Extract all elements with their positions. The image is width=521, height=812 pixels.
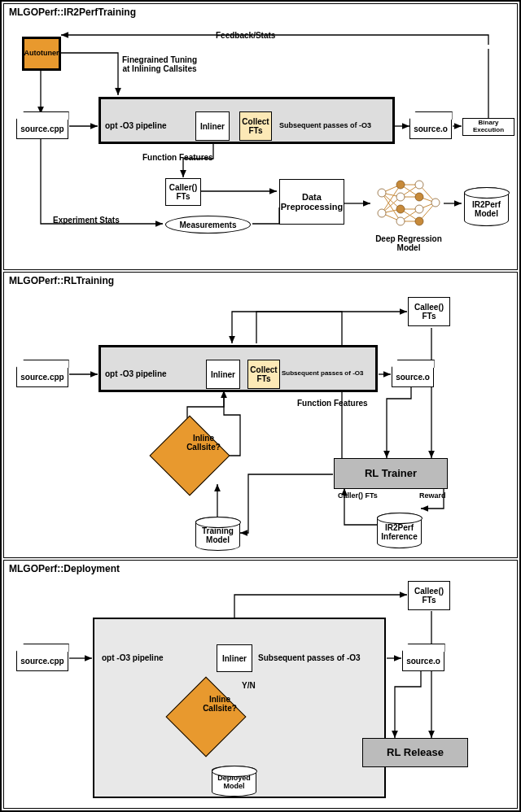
finegrained-label: Finegrained Tuning at Inlining Callsites [122,55,197,73]
binary-exec-label: Binary Execution [463,120,514,134]
training-model: Training Model [195,517,240,551]
svg-point-23 [396,181,405,189]
inliner-label-1: Inliner [200,122,225,131]
subsequent-3: Subsequent passes of -O3 [258,653,361,662]
collect-label-1: Collect FTs [242,117,269,135]
panel-rl-training: MLGOPerf::RLTraining [3,272,518,558]
data-preproc: Data Preprocessing [279,179,344,225]
inline-callsite-diamond-2: Inline Callsite? [150,416,230,496]
ir2perf-inference: IR2Perf Inference [377,513,422,548]
panel1-title: MLGOPerf::IR2PerfTraining [9,7,136,18]
source-o-label-3: source.o [406,657,440,666]
source-o-label-2: source.o [396,373,430,382]
feedback-label: Feedback/Stats [216,31,275,40]
opt-pipeline-3: opt -O3 pipeline [102,653,164,662]
reward-label: Reward [419,492,446,500]
ir2perf-model: IR2Perf Model [464,187,509,226]
source-cpp-2: source.cpp [16,368,68,387]
binary-exec: Binary Execution [462,118,514,136]
source-cpp-1: source.cpp [16,120,68,139]
source-o-2: source.o [392,368,434,387]
experiment-stats: Experiment Stats [53,216,120,225]
rl-trainer: RL Trainer [334,458,448,489]
svg-point-30 [415,217,423,225]
ir2perf-inference-label: IR2Perf Inference [381,523,417,541]
source-cpp-label-3: source.cpp [20,657,63,666]
callee-fts-label-3: Callee() FTs [414,587,444,605]
collect-2: Collect FTs [247,360,280,389]
deep-regression-label: Deep Regression Model [372,234,445,252]
inliner-3: Inliner [217,644,252,672]
source-o-1: source.o [409,120,452,139]
svg-point-29 [415,205,423,213]
yn-label: Y/N [242,681,256,690]
measurements: Measurements [165,216,251,234]
source-cpp-label-2: source.cpp [20,373,63,382]
caller-fts-2: Caller() FTs [338,492,378,500]
training-model-label: Training Model [202,526,234,544]
autotuner-box: Autotuner [22,37,61,71]
callee-fts-2: Callee() FTs [408,297,450,326]
subsequent-2: Subsequent passes of -O3 [282,370,363,378]
rl-trainer-label: RL Trainer [365,468,417,479]
deployed-model: Deployed Model [212,766,256,797]
inliner-label-3: Inliner [222,654,247,663]
inline-callsite-label-3: Inline Callsite? [191,695,248,713]
inline-callsite-label-2: Inline Callsite? [175,434,232,452]
panel3-title: MLGOPerf::Deployment [9,563,120,574]
panel2-title: MLGOPerf::RLTraining [9,275,114,286]
source-cpp-label: source.cpp [20,124,63,133]
deployed-model-label: Deployed Model [217,775,251,791]
func-features-2: Function Features [297,399,368,408]
collect-label-2: Collect FTs [250,365,277,383]
inliner-1: Inliner [195,111,230,141]
measurements-label: Measurements [179,220,236,229]
svg-point-31 [431,199,440,207]
source-cpp-3: source.cpp [16,652,68,671]
neural-net-icon [372,177,444,235]
svg-point-25 [396,205,405,213]
source-o-label-1: source.o [414,124,448,133]
caller-fts-1: Caller() FTs [165,178,201,206]
data-preproc-label: Data Preprocessing [281,192,343,212]
callee-fts-label-2: Callee() FTs [414,303,444,321]
panel-deployment: MLGOPerf::Deployment [3,560,518,809]
source-o-3: source.o [402,652,444,671]
svg-point-24 [396,193,405,201]
inliner-2: Inliner [206,360,240,389]
svg-point-27 [415,181,423,189]
svg-point-22 [378,209,386,217]
opt-pipeline-1: opt -O3 pipeline [105,121,167,130]
rl-release-label: RL Release [387,747,444,758]
caller-fts-label-1: Caller() FTs [169,183,197,201]
rl-release: RL Release [362,738,468,767]
callee-fts-3: Callee() FTs [408,581,450,610]
collect-1: Collect FTs [239,111,272,141]
ir2perf-model-label: IR2Perf Model [472,200,501,218]
opt-pipeline-2: opt -O3 pipeline [105,369,167,378]
svg-point-21 [378,189,386,197]
autotuner-label: Autotuner [24,50,59,58]
panel-ir2perf-training: MLGOPerf::IR2PerfTraining [3,3,518,270]
subsequent-1: Subsequent passes of -O3 [279,122,371,130]
diagram-container: MLGOPerf::IR2PerfTraining [0,0,521,812]
svg-point-26 [396,217,405,225]
inliner-label-2: Inliner [211,370,235,379]
svg-point-28 [415,193,423,201]
func-features-1: Function Features [142,153,213,162]
